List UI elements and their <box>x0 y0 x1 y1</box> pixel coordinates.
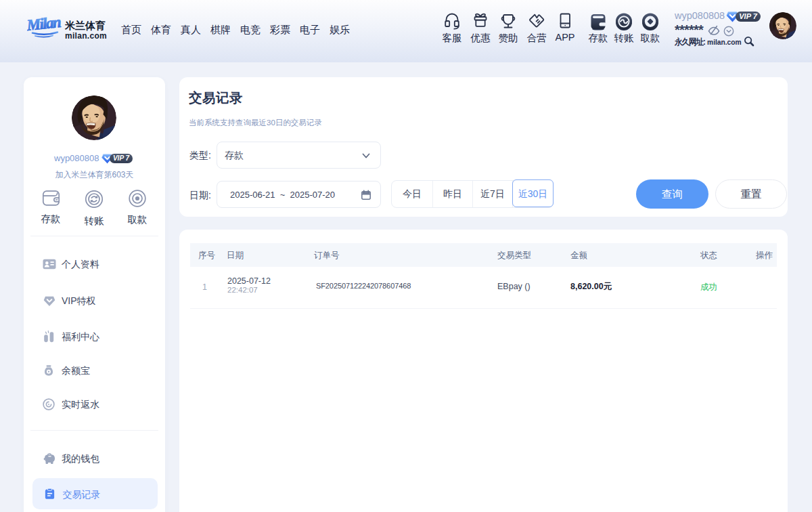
svg-text:Milan: Milan <box>27 15 62 34</box>
